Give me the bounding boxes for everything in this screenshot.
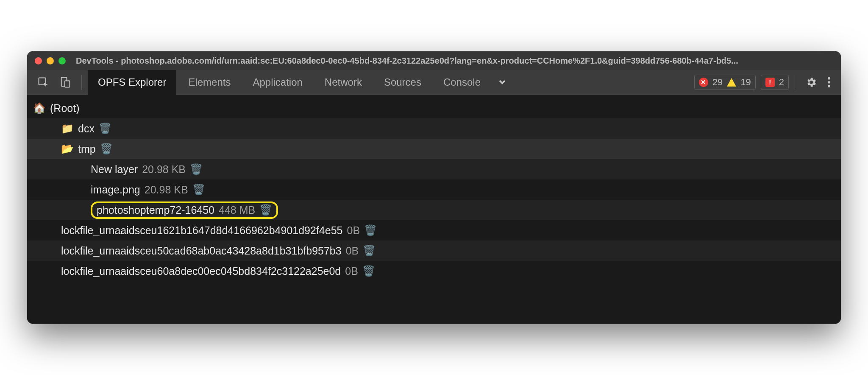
- issues-pill[interactable]: ! 2: [761, 75, 789, 90]
- delete-icon[interactable]: 🗑️: [259, 205, 272, 215]
- svg-point-5: [828, 85, 830, 87]
- device-toolbar-icon[interactable]: [55, 74, 75, 91]
- tree-folder-dcx[interactable]: 📁 dcx 🗑️: [27, 118, 841, 139]
- kebab-menu-icon[interactable]: [823, 74, 835, 91]
- warning-count: 19: [740, 77, 751, 88]
- window-title: DevTools - photoshop.adobe.com/id/urn:aa…: [72, 56, 833, 66]
- svg-point-4: [828, 81, 830, 84]
- tab-opfs-explorer[interactable]: OPFS Explorer: [88, 70, 176, 95]
- delete-icon[interactable]: 🗑️: [190, 164, 203, 174]
- tree-folder-tmp[interactable]: 📂 tmp 🗑️: [27, 139, 841, 159]
- svg-rect-2: [65, 81, 70, 87]
- more-tabs-icon[interactable]: [492, 74, 512, 90]
- home-icon: 🏠: [33, 103, 46, 113]
- tree-file[interactable]: image.png 20.98 KB 🗑️: [27, 179, 841, 200]
- minimize-window-button[interactable]: [47, 57, 54, 64]
- window-titlebar: DevTools - photoshop.adobe.com/id/urn:aa…: [27, 51, 841, 70]
- warning-icon: [727, 78, 736, 87]
- delete-icon[interactable]: 🗑️: [192, 185, 205, 195]
- tree-file[interactable]: New layer 20.98 KB 🗑️: [27, 159, 841, 179]
- folder-closed-icon: 📁: [61, 123, 74, 134]
- separator: [81, 75, 82, 90]
- tab-console[interactable]: Console: [433, 70, 491, 95]
- error-icon: ✕: [699, 78, 708, 87]
- error-count: 29: [712, 77, 723, 88]
- devtools-toolbar: OPFS Explorer Elements Application Netwo…: [27, 70, 841, 95]
- tree-file[interactable]: lockfile_urnaaidsceu50cad68ab0ac43428a8d…: [27, 241, 841, 261]
- svg-point-3: [828, 77, 830, 79]
- issue-icon: !: [765, 78, 775, 87]
- delete-icon[interactable]: 🗑️: [363, 246, 376, 256]
- folder-open-icon: 📂: [61, 144, 74, 154]
- issue-count: 2: [779, 77, 784, 88]
- root-label: (Root): [50, 102, 79, 115]
- delete-icon[interactable]: 🗑️: [99, 123, 111, 134]
- settings-gear-icon[interactable]: [801, 74, 821, 91]
- maximize-window-button[interactable]: [58, 57, 66, 64]
- tab-network[interactable]: Network: [314, 70, 372, 95]
- devtools-window: DevTools - photoshop.adobe.com/id/urn:aa…: [27, 51, 841, 324]
- highlight-annotation: photoshoptemp72-16450 448 MB 🗑️: [91, 201, 278, 219]
- delete-icon[interactable]: 🗑️: [364, 225, 377, 235]
- tab-sources[interactable]: Sources: [374, 70, 431, 95]
- tree-file[interactable]: lockfile_urnaaidsceu60a8dec00ec045bd834f…: [27, 261, 841, 281]
- delete-icon[interactable]: 🗑️: [362, 266, 375, 276]
- close-window-button[interactable]: [35, 57, 42, 64]
- traffic-lights: [35, 57, 66, 64]
- tab-elements[interactable]: Elements: [178, 70, 241, 95]
- tab-application[interactable]: Application: [242, 70, 312, 95]
- separator: [795, 75, 795, 90]
- tree-file-highlighted[interactable]: photoshoptemp72-16450 448 MB 🗑️: [27, 200, 841, 220]
- tree-file[interactable]: lockfile_urnaaidsceu1621b1647d8d4166962b…: [27, 220, 841, 241]
- errors-warnings-pill[interactable]: ✕ 29 19: [694, 75, 756, 90]
- opfs-tree: 🏠 (Root) 📁 dcx 🗑️ 📂 tmp 🗑️ New layer 20.…: [27, 95, 841, 324]
- tree-root[interactable]: 🏠 (Root): [27, 98, 841, 118]
- inspect-element-icon[interactable]: [33, 74, 53, 91]
- delete-icon[interactable]: 🗑️: [100, 144, 113, 154]
